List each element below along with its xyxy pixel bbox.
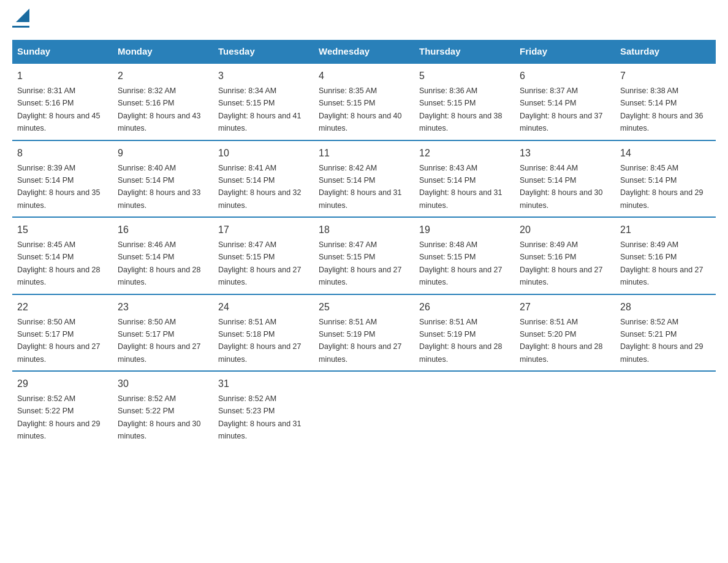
svg-marker-0 (16, 9, 29, 22)
calendar-cell: 13Sunrise: 8:44 AMSunset: 5:14 PMDayligh… (515, 140, 615, 218)
calendar-cell: 27Sunrise: 8:51 AMSunset: 5:20 PMDayligh… (515, 294, 615, 372)
day-number: 30 (118, 377, 208, 391)
day-info: Sunrise: 8:51 AMSunset: 5:19 PMDaylight:… (319, 318, 402, 364)
calendar-cell: 8Sunrise: 8:39 AMSunset: 5:14 PMDaylight… (12, 140, 113, 218)
header-sunday: Sunday (12, 40, 113, 63)
calendar-cell (414, 371, 515, 448)
calendar-cell: 7Sunrise: 8:38 AMSunset: 5:14 PMDaylight… (615, 63, 716, 140)
day-number: 21 (620, 223, 711, 237)
calendar-cell (615, 371, 716, 448)
calendar-cell: 16Sunrise: 8:46 AMSunset: 5:14 PMDayligh… (113, 217, 213, 294)
day-info: Sunrise: 8:36 AMSunset: 5:15 PMDaylight:… (419, 86, 502, 132)
calendar-header-row: SundayMondayTuesdayWednesdayThursdayFrid… (12, 40, 716, 63)
day-number: 7 (620, 69, 711, 83)
day-number: 3 (218, 69, 309, 83)
week-row-2: 8Sunrise: 8:39 AMSunset: 5:14 PMDaylight… (12, 140, 716, 218)
logo-arrow-icon (16, 9, 29, 22)
day-number: 31 (218, 377, 309, 391)
day-number: 15 (17, 223, 108, 237)
day-info: Sunrise: 8:40 AMSunset: 5:14 PMDaylight:… (118, 164, 201, 210)
header-monday: Monday (113, 40, 213, 63)
day-info: Sunrise: 8:48 AMSunset: 5:15 PMDaylight:… (419, 240, 502, 286)
day-number: 10 (218, 146, 309, 161)
calendar-cell: 28Sunrise: 8:52 AMSunset: 5:21 PMDayligh… (615, 294, 716, 372)
calendar-cell: 5Sunrise: 8:36 AMSunset: 5:15 PMDaylight… (414, 63, 515, 140)
day-info: Sunrise: 8:49 AMSunset: 5:16 PMDaylight:… (520, 240, 603, 286)
calendar-cell: 24Sunrise: 8:51 AMSunset: 5:18 PMDayligh… (213, 294, 314, 372)
calendar-cell: 14Sunrise: 8:45 AMSunset: 5:14 PMDayligh… (615, 140, 716, 218)
day-number: 6 (520, 69, 610, 83)
day-number: 14 (620, 146, 711, 161)
day-number: 18 (319, 223, 409, 237)
day-number: 16 (118, 223, 208, 237)
header-thursday: Thursday (414, 40, 515, 63)
day-info: Sunrise: 8:51 AMSunset: 5:20 PMDaylight:… (520, 318, 603, 364)
day-number: 26 (419, 300, 510, 315)
day-info: Sunrise: 8:37 AMSunset: 5:14 PMDaylight:… (520, 86, 603, 132)
day-number: 4 (319, 69, 409, 83)
day-info: Sunrise: 8:31 AMSunset: 5:16 PMDaylight:… (17, 86, 100, 132)
day-number: 20 (520, 223, 610, 237)
day-info: Sunrise: 8:52 AMSunset: 5:22 PMDaylight:… (118, 394, 201, 440)
week-row-1: 1Sunrise: 8:31 AMSunset: 5:16 PMDaylight… (12, 63, 716, 140)
page-header (12, 12, 716, 28)
day-number: 11 (319, 146, 409, 161)
header-tuesday: Tuesday (213, 40, 314, 63)
calendar-cell: 25Sunrise: 8:51 AMSunset: 5:19 PMDayligh… (314, 294, 414, 372)
calendar-cell: 26Sunrise: 8:51 AMSunset: 5:19 PMDayligh… (414, 294, 515, 372)
week-row-3: 15Sunrise: 8:45 AMSunset: 5:14 PMDayligh… (12, 217, 716, 294)
header-friday: Friday (515, 40, 615, 63)
day-info: Sunrise: 8:46 AMSunset: 5:14 PMDaylight:… (118, 240, 201, 286)
day-number: 22 (17, 300, 108, 315)
day-info: Sunrise: 8:51 AMSunset: 5:19 PMDaylight:… (419, 318, 502, 364)
calendar-cell: 31Sunrise: 8:52 AMSunset: 5:23 PMDayligh… (213, 371, 314, 448)
calendar-cell: 1Sunrise: 8:31 AMSunset: 5:16 PMDaylight… (12, 63, 113, 140)
day-info: Sunrise: 8:44 AMSunset: 5:14 PMDaylight:… (520, 164, 603, 210)
calendar-cell (515, 371, 615, 448)
day-info: Sunrise: 8:45 AMSunset: 5:14 PMDaylight:… (17, 240, 100, 286)
day-info: Sunrise: 8:45 AMSunset: 5:14 PMDaylight:… (620, 164, 703, 210)
day-info: Sunrise: 8:35 AMSunset: 5:15 PMDaylight:… (319, 86, 402, 132)
calendar-cell: 20Sunrise: 8:49 AMSunset: 5:16 PMDayligh… (515, 217, 615, 294)
day-info: Sunrise: 8:32 AMSunset: 5:16 PMDaylight:… (118, 86, 201, 132)
header-saturday: Saturday (615, 40, 716, 63)
day-info: Sunrise: 8:39 AMSunset: 5:14 PMDaylight:… (17, 164, 100, 210)
day-number: 25 (319, 300, 409, 315)
calendar-cell: 6Sunrise: 8:37 AMSunset: 5:14 PMDaylight… (515, 63, 615, 140)
calendar-cell: 12Sunrise: 8:43 AMSunset: 5:14 PMDayligh… (414, 140, 515, 218)
header-wednesday: Wednesday (314, 40, 414, 63)
day-info: Sunrise: 8:38 AMSunset: 5:14 PMDaylight:… (620, 86, 703, 132)
calendar-cell: 21Sunrise: 8:49 AMSunset: 5:16 PMDayligh… (615, 217, 716, 294)
day-number: 12 (419, 146, 510, 161)
calendar-cell: 22Sunrise: 8:50 AMSunset: 5:17 PMDayligh… (12, 294, 113, 372)
logo (12, 12, 29, 28)
calendar-cell: 15Sunrise: 8:45 AMSunset: 5:14 PMDayligh… (12, 217, 113, 294)
day-info: Sunrise: 8:49 AMSunset: 5:16 PMDaylight:… (620, 240, 703, 286)
day-number: 13 (520, 146, 610, 161)
day-number: 8 (17, 146, 108, 161)
day-number: 9 (118, 146, 208, 161)
day-number: 28 (620, 300, 711, 315)
week-row-5: 29Sunrise: 8:52 AMSunset: 5:22 PMDayligh… (12, 371, 716, 448)
day-info: Sunrise: 8:52 AMSunset: 5:21 PMDaylight:… (620, 318, 703, 364)
day-info: Sunrise: 8:43 AMSunset: 5:14 PMDaylight:… (419, 164, 502, 210)
calendar-cell: 2Sunrise: 8:32 AMSunset: 5:16 PMDaylight… (113, 63, 213, 140)
day-info: Sunrise: 8:52 AMSunset: 5:23 PMDaylight:… (218, 394, 301, 440)
calendar-table: SundayMondayTuesdayWednesdayThursdayFrid… (12, 40, 716, 448)
calendar-cell: 3Sunrise: 8:34 AMSunset: 5:15 PMDaylight… (213, 63, 314, 140)
calendar-cell: 30Sunrise: 8:52 AMSunset: 5:22 PMDayligh… (113, 371, 213, 448)
calendar-cell: 4Sunrise: 8:35 AMSunset: 5:15 PMDaylight… (314, 63, 414, 140)
calendar-cell: 19Sunrise: 8:48 AMSunset: 5:15 PMDayligh… (414, 217, 515, 294)
logo-blue-part (13, 12, 29, 25)
week-row-4: 22Sunrise: 8:50 AMSunset: 5:17 PMDayligh… (12, 294, 716, 372)
day-number: 24 (218, 300, 309, 315)
day-number: 5 (419, 69, 510, 83)
day-info: Sunrise: 8:47 AMSunset: 5:15 PMDaylight:… (218, 240, 301, 286)
day-number: 17 (218, 223, 309, 237)
day-number: 2 (118, 69, 208, 83)
day-number: 1 (17, 69, 108, 83)
day-info: Sunrise: 8:51 AMSunset: 5:18 PMDaylight:… (218, 318, 301, 364)
day-info: Sunrise: 8:34 AMSunset: 5:15 PMDaylight:… (218, 86, 301, 132)
calendar-cell (314, 371, 414, 448)
calendar-cell: 9Sunrise: 8:40 AMSunset: 5:14 PMDaylight… (113, 140, 213, 218)
